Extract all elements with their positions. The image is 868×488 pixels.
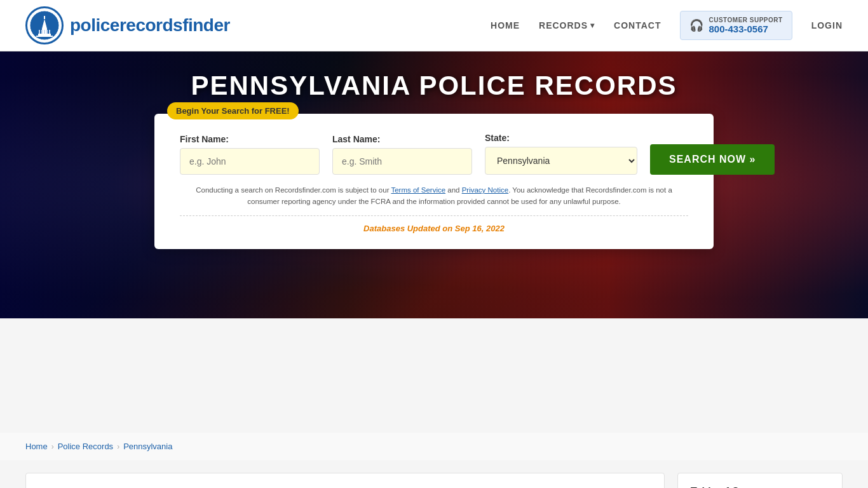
first-name-label: First Name: <box>180 134 320 144</box>
svg-rect-8 <box>39 30 40 34</box>
db-updated: Databases Updated on Sep 16, 2022 <box>180 215 688 233</box>
hero-title: PENNSYLVANIA POLICE RECORDS <box>191 71 677 101</box>
svg-rect-11 <box>46 30 48 34</box>
search-fields: First Name: Last Name: State: Pennsylvan… <box>180 133 688 175</box>
customer-support-box: 🎧 CUSTOMER SUPPORT 800-433-0567 <box>680 11 792 40</box>
nav-contact[interactable]: CONTACT <box>614 20 661 30</box>
last-name-input[interactable] <box>332 148 472 175</box>
content-left: What are Pennsylvania Police Records? Pe… <box>25 473 665 488</box>
nav-home[interactable]: HOME <box>491 20 520 30</box>
first-name-group: First Name: <box>180 134 320 175</box>
svg-rect-3 <box>36 36 53 37</box>
breadcrumb-sep-1: › <box>51 442 54 451</box>
search-card: Begin Your Search for FREE! First Name: … <box>154 114 714 249</box>
last-name-label: Last Name: <box>332 134 472 144</box>
svg-rect-10 <box>44 30 45 34</box>
svg-rect-2 <box>38 34 51 36</box>
breadcrumb-sep-2: › <box>117 442 119 451</box>
search-disclaimer: Conducting a search on Recordsfinder.com… <box>180 184 688 208</box>
site-header: policerecordsfinder HOME RECORDS CONTACT… <box>0 0 868 51</box>
state-label: State: <box>485 133 637 143</box>
terms-link[interactable]: Terms of Service <box>391 186 445 194</box>
state-select[interactable]: Pennsylvania <box>485 147 637 175</box>
state-group: State: Pennsylvania <box>485 133 637 175</box>
first-name-input[interactable] <box>180 148 320 175</box>
search-button[interactable]: SEARCH NOW » <box>650 144 775 175</box>
db-updated-label: Databases Updated on <box>363 224 452 233</box>
nav-records[interactable]: RECORDS <box>539 20 595 30</box>
main-content: What are Pennsylvania Police Records? Pe… <box>0 460 868 488</box>
main-nav: HOME RECORDS CONTACT 🎧 CUSTOMER SUPPORT … <box>491 11 843 40</box>
privacy-link[interactable]: Privacy Notice <box>462 186 509 194</box>
svg-rect-5 <box>44 16 45 19</box>
logo-area: policerecordsfinder <box>25 6 230 44</box>
table-of-contents: Table of Contents What are Pennsylvania … <box>677 473 843 488</box>
db-updated-date: Sep 16, 2022 <box>455 224 505 233</box>
breadcrumb: Home › Police Records › Pennsylvania <box>0 433 868 460</box>
logo-icon <box>25 6 64 44</box>
support-label: CUSTOMER SUPPORT <box>709 17 782 24</box>
support-number: 800-433-0567 <box>709 24 782 34</box>
svg-rect-9 <box>41 30 43 34</box>
breadcrumb-current: Pennsylvania <box>123 442 172 451</box>
breadcrumb-home[interactable]: Home <box>25 442 48 451</box>
breadcrumb-police-records[interactable]: Police Records <box>58 442 113 451</box>
last-name-group: Last Name: <box>332 134 472 175</box>
free-badge: Begin Your Search for FREE! <box>167 102 299 119</box>
hero-section: PENNSYLVANIA POLICE RECORDS Begin Your S… <box>0 51 868 318</box>
logo-text: policerecordsfinder <box>70 15 230 36</box>
login-button[interactable]: LOGIN <box>811 20 843 30</box>
svg-rect-12 <box>49 30 50 34</box>
headset-icon: 🎧 <box>689 18 703 32</box>
